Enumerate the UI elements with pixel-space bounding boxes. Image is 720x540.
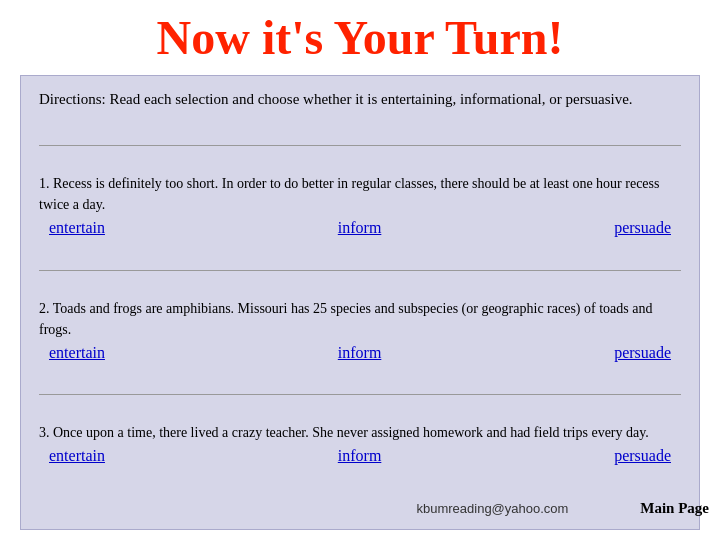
question-3-answers: entertain inform persuade — [39, 447, 681, 465]
page-title: Now it's Your Turn! — [157, 10, 564, 65]
q2-inform-button[interactable]: inform — [338, 344, 382, 362]
divider-1 — [39, 145, 681, 146]
main-page-button[interactable]: Main Page — [640, 500, 709, 517]
footer: kbumreading@yahoo.com Main Page — [39, 498, 719, 519]
q2-persuade-button[interactable]: persuade — [614, 344, 671, 362]
question-2-text: 2. Toads and frogs are amphibians. Misso… — [39, 298, 681, 340]
q1-persuade-button[interactable]: persuade — [614, 219, 671, 237]
question-2-block: 2. Toads and frogs are amphibians. Misso… — [39, 298, 681, 362]
directions-text: Directions: Read each selection and choo… — [39, 88, 681, 111]
question-1-answers: entertain inform persuade — [39, 219, 681, 237]
q3-inform-button[interactable]: inform — [338, 447, 382, 465]
question-3-block: 3. Once upon a time, there lived a crazy… — [39, 422, 681, 465]
q3-persuade-button[interactable]: persuade — [614, 447, 671, 465]
question-2-answers: entertain inform persuade — [39, 344, 681, 362]
question-1-block: 1. Recess is definitely too short. In or… — [39, 173, 681, 237]
page: Now it's Your Turn! Directions: Read eac… — [0, 0, 720, 540]
question-3-text: 3. Once upon a time, there lived a crazy… — [39, 422, 681, 443]
content-box: Directions: Read each selection and choo… — [20, 75, 700, 530]
divider-2 — [39, 270, 681, 271]
footer-email: kbumreading@yahoo.com — [345, 501, 641, 516]
divider-3 — [39, 394, 681, 395]
question-1-text: 1. Recess is definitely too short. In or… — [39, 173, 681, 215]
q1-entertain-button[interactable]: entertain — [49, 219, 105, 237]
q3-entertain-button[interactable]: entertain — [49, 447, 105, 465]
q1-inform-button[interactable]: inform — [338, 219, 382, 237]
q2-entertain-button[interactable]: entertain — [49, 344, 105, 362]
